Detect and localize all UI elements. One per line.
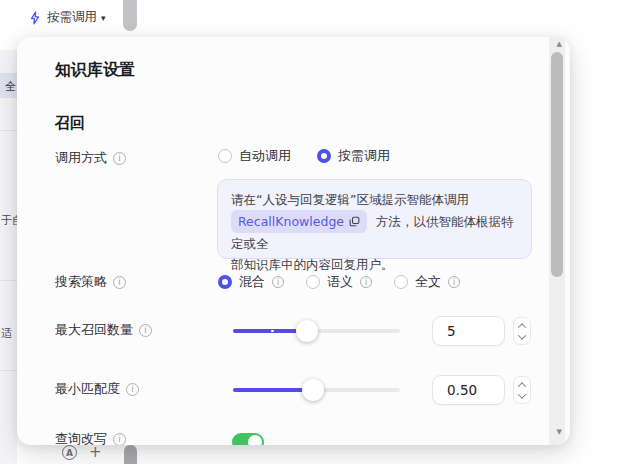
modal-title: 知识库设置 [55, 60, 135, 81]
min-match-input[interactable]: 0.50 [432, 375, 505, 405]
clipped-text-fragment: 全 [0, 73, 17, 94]
plus-icon[interactable]: + [89, 445, 102, 460]
section-title-recall: 召回 [55, 114, 85, 133]
info-icon[interactable]: i [126, 383, 139, 396]
radio-icon[interactable] [306, 275, 320, 289]
info-icon[interactable]: i [272, 276, 284, 288]
radio-label: 按需调用 [338, 147, 390, 165]
min-match-label: 最小匹配度 [55, 380, 120, 398]
query-rewrite-label: 查询改写 [55, 430, 107, 445]
min-match-value: 0.50 [447, 382, 477, 398]
clipped-text-fragment: 适 [1, 326, 17, 341]
radio-auto-call[interactable]: 自动调用 [218, 147, 291, 165]
divider [0, 370, 17, 371]
chat-toolbar-fragment: A + [62, 445, 102, 460]
scroll-up-icon[interactable]: ▲ [557, 40, 562, 48]
slider-fill [233, 388, 313, 392]
search-strategy-options: 混合 i 语义 i 全文 i [218, 273, 460, 291]
radio-icon[interactable] [218, 149, 232, 163]
min-match-label-row: 最小匹配度 i [55, 380, 139, 398]
call-method-label-row: 调用方式 i [55, 149, 126, 167]
radio-label: 自动调用 [239, 147, 291, 165]
background-left-strip: 于自 适 [0, 50, 17, 464]
call-method-label: 调用方式 [55, 149, 107, 167]
clipped-text-fragment: 于自 [1, 213, 17, 228]
search-strategy-label: 搜索策略 [55, 273, 107, 291]
radio-label: 语义 [327, 273, 353, 291]
chevron-down-icon[interactable] [518, 331, 526, 339]
on-demand-call-label: 按需调用 [47, 9, 97, 26]
scroll-down-icon[interactable]: ▼ [557, 428, 562, 436]
page-scrollbar-fragment-bottom[interactable] [124, 445, 137, 464]
radio-selected-icon[interactable] [218, 275, 232, 289]
radio-label: 全文 [415, 273, 441, 291]
chevron-up-icon[interactable] [518, 323, 526, 331]
knowledge-settings-modal: 知识库设置 召回 调用方式 i 自动调用 按需调用 请在“人设与回复逻辑”区域提… [17, 37, 570, 445]
recall-knowledge-badge[interactable]: RecallKnowledge [231, 210, 367, 233]
screen: 按需调用 ▾ 于自 适 全 A + 知识库设置 召回 调用方式 i 自动调用 [0, 0, 630, 464]
info-icon[interactable]: i [139, 324, 152, 337]
min-match-slider[interactable] [233, 388, 400, 392]
badge-label: RecallKnowledge [238, 211, 344, 232]
min-match-stepper[interactable] [513, 376, 531, 404]
radio-hybrid[interactable]: 混合 i [218, 273, 284, 291]
max-recall-stepper[interactable] [513, 317, 531, 345]
max-recall-value: 5 [447, 323, 456, 339]
modal-scrollbar-thumb[interactable] [551, 52, 563, 277]
hint-line3: 部知识库中的内容回复用户。 [231, 257, 394, 272]
recall-hint-box: 请在“人设与回复逻辑”区域提示智能体调用 RecallKnowledge 方法，… [217, 179, 532, 259]
query-rewrite-label-row: 查询改写 i [55, 430, 126, 445]
max-recall-label-row: 最大召回数量 i [55, 321, 152, 339]
info-icon[interactable]: i [360, 276, 372, 288]
radio-selected-icon[interactable] [317, 149, 331, 163]
copy-icon[interactable] [349, 216, 360, 227]
toggle-knob [248, 435, 262, 445]
circle-a-icon[interactable]: A [62, 445, 77, 460]
info-icon[interactable]: i [448, 276, 460, 288]
chevron-down-icon[interactable] [518, 390, 526, 398]
slider-thumb[interactable] [296, 320, 318, 342]
radio-fulltext[interactable]: 全文 i [394, 273, 460, 291]
slider-thumb[interactable] [302, 379, 324, 401]
radio-on-demand-call[interactable]: 按需调用 [317, 147, 390, 165]
max-recall-label: 最大召回数量 [55, 321, 133, 339]
invoke-lightning-icon [28, 11, 42, 25]
background-selected-item-fragment: 全 [0, 73, 17, 98]
search-strategy-label-row: 搜索策略 i [55, 273, 126, 291]
info-icon[interactable]: i [113, 433, 126, 446]
radio-label: 混合 [239, 273, 265, 291]
max-recall-slider[interactable] [233, 329, 400, 333]
on-demand-call-dropdown[interactable]: 按需调用 ▾ [22, 6, 112, 29]
divider [0, 280, 17, 281]
query-rewrite-toggle[interactable] [232, 433, 264, 445]
chevron-down-icon: ▾ [101, 13, 106, 23]
divider [0, 130, 17, 131]
hint-line1: 请在“人设与回复逻辑”区域提示智能体调用 [231, 192, 469, 207]
info-icon[interactable]: i [113, 152, 126, 165]
max-recall-input[interactable]: 5 [432, 316, 505, 346]
page-scrollbar-fragment-top[interactable] [123, 0, 137, 31]
radio-icon[interactable] [394, 275, 408, 289]
slider-step-mark [271, 330, 274, 332]
chevron-up-icon[interactable] [518, 382, 526, 390]
radio-semantic[interactable]: 语义 i [306, 273, 372, 291]
call-method-options: 自动调用 按需调用 [218, 147, 416, 165]
info-icon[interactable]: i [113, 276, 126, 289]
